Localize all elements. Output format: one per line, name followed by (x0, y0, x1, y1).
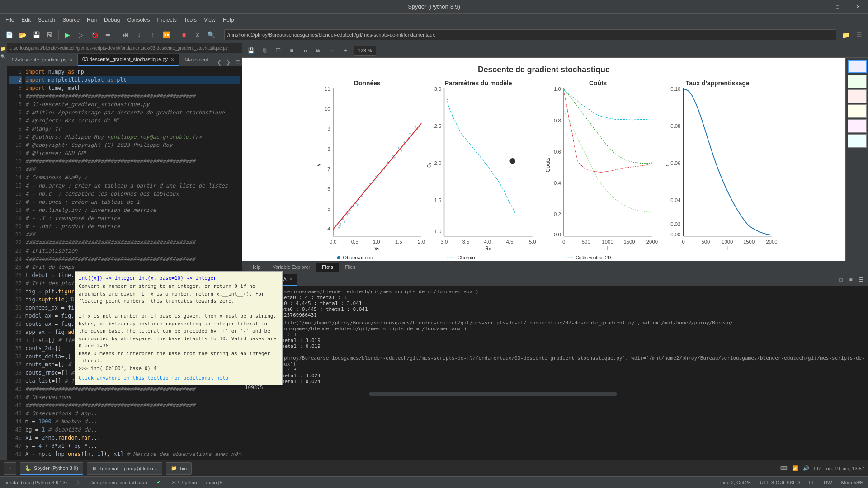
console-options-button[interactable]: ☰ (856, 275, 865, 284)
svg-text:8: 8 (327, 146, 330, 152)
path-bar[interactable]: /mnt/home2/phroy/Bureau/seriousgames/ble… (224, 29, 836, 40)
svg-text:1.0: 1.0 (434, 229, 441, 234)
run-line-button[interactable]: ⏭ (119, 28, 132, 41)
tab-help[interactable]: Help (245, 263, 266, 272)
stop-button[interactable]: ■ (178, 28, 190, 41)
new-file-button[interactable]: 📄 (3, 28, 15, 41)
svg-text:2000: 2000 (646, 239, 658, 244)
taskbar-terminal[interactable]: 🖥 Terminal – phroy@debia... (87, 462, 163, 475)
menu-projects[interactable]: Projects (154, 15, 180, 25)
thumb-1[interactable] (848, 60, 867, 73)
svg-text:Coûts vecteur 2D: Coûts vecteur 2D (576, 255, 611, 259)
menu-source[interactable]: Source (59, 15, 83, 25)
svg-text:7: 7 (327, 166, 330, 172)
console-stop-button[interactable]: ■ (846, 275, 855, 284)
plot-copy2-button[interactable]: ❐ (272, 45, 284, 56)
console-line-6: : 4 ; theta1 : 3 (245, 332, 865, 338)
step-out-button[interactable]: ↑ (146, 28, 159, 41)
step-button[interactable]: ➡ (102, 28, 114, 41)
debug-button[interactable]: 🐞 (88, 28, 101, 41)
run-button[interactable]: ▶ (61, 28, 74, 41)
console-line-12: : 0.509 ; theta1 : 0.024 (245, 379, 865, 385)
menu-help[interactable]: Help (219, 15, 238, 25)
svg-text:1000: 1000 (722, 239, 733, 244)
minimize-button[interactable]: – (807, 0, 827, 14)
svg-text:y: y (315, 163, 321, 166)
tab-plots[interactable]: Plots (316, 263, 338, 272)
svg-text:0.02: 0.02 (670, 221, 680, 227)
plot-save-button[interactable]: 💾 (245, 45, 257, 56)
taskbar-apps-button[interactable]: ⌂ (4, 462, 16, 475)
svg-point-22 (346, 214, 348, 216)
tab-menu[interactable]: ☰ (233, 59, 242, 66)
profile-button[interactable]: ⚔ (191, 28, 204, 41)
thumb-2[interactable] (848, 75, 867, 88)
thumb-6[interactable] (848, 134, 867, 148)
svg-text:6: 6 (327, 186, 330, 192)
run-cell-button[interactable]: ▷ (75, 28, 87, 41)
plot-prev-button[interactable]: ⏮ (299, 45, 311, 56)
console-scrollbar[interactable] (369, 392, 617, 396)
taskbar-spyder-label: Spyder (Python 3.9) (34, 465, 78, 471)
plot-zoom-in-button[interactable]: + (340, 45, 352, 56)
taskbar-spyder[interactable]: 🐍 Spyder (Python 3.9) (20, 462, 83, 475)
step-into-button[interactable]: ↓ (133, 28, 146, 41)
taskbar-bin[interactable]: 📁 bin (166, 462, 192, 475)
menu-file[interactable]: File (2, 15, 18, 25)
zoom-input[interactable] (354, 46, 376, 56)
svg-text:3.0: 3.0 (441, 239, 448, 244)
tab-02[interactable]: 02-descente_gradient.py ✕ (7, 54, 78, 66)
svg-text:4.0: 4.0 (484, 239, 491, 244)
plot-copy-button[interactable]: ⎘ (259, 45, 270, 56)
console-line-7: : 4.476 ; theta1 : 3.019 (245, 338, 865, 343)
save-button[interactable]: 💾 (30, 28, 42, 41)
tab-files[interactable]: Files (340, 263, 361, 272)
svg-text:10: 10 (325, 106, 330, 112)
menu-view[interactable]: View (200, 15, 219, 25)
plot-next-button[interactable]: ⏭ (313, 45, 325, 56)
svg-point-46 (401, 150, 402, 152)
console-line-8: : 0.476 ; theta1 : 0.019 (245, 343, 865, 349)
console-tab-close[interactable]: ✕ (289, 277, 293, 282)
status-conda: conda: base (Python 3.9.13) (5, 480, 67, 485)
tab-variable-explorer[interactable]: Variable Explorer (267, 263, 316, 272)
tab-03-close[interactable]: ✕ (170, 57, 174, 62)
svg-text:500: 500 (582, 239, 590, 244)
svg-text:5.0: 5.0 (529, 239, 536, 244)
svg-text:0.08: 0.08 (670, 123, 680, 129)
svg-text:Taux d'apprentissage: Taux d'apprentissage (686, 80, 750, 87)
menu-consoles[interactable]: Consoles (123, 15, 153, 25)
path-browse-button[interactable]: 📁 (839, 28, 852, 41)
menu-search[interactable]: Search (34, 15, 59, 25)
tab-04[interactable]: 04-descent (179, 54, 213, 66)
continue-button[interactable]: ⏩ (160, 28, 173, 41)
files-icon[interactable]: 📁 (0, 46, 7, 52)
thumb-4[interactable] (848, 104, 867, 118)
open-file-button[interactable]: 📂 (16, 28, 29, 41)
plot-zoom-out-button[interactable]: − (326, 45, 338, 56)
tooltip-link[interactable]: Click anywhere in this tooltip for addit… (79, 375, 278, 381)
svg-text:0.10: 0.10 (670, 86, 680, 92)
find-button[interactable]: 🔍 (205, 28, 217, 41)
close-button[interactable]: ✕ (848, 0, 868, 14)
search-side-icon[interactable]: 🔍 (0, 54, 7, 61)
menu-debug[interactable]: Debug (100, 15, 123, 25)
svg-point-18 (338, 227, 340, 229)
svg-text:θ₁: θ₁ (426, 162, 433, 168)
path-options-button[interactable]: ☰ (853, 28, 865, 41)
tab-scroll-right[interactable]: ❯ (224, 59, 232, 66)
tab-03[interactable]: 03-descente_gradient_stochastique.py ✕ (78, 54, 179, 66)
tab-scroll-left[interactable]: ❮ (215, 59, 223, 66)
svg-point-34 (392, 155, 394, 156)
svg-text:1500: 1500 (743, 239, 755, 244)
save-all-button[interactable]: 🖫 (43, 28, 56, 41)
tab-02-close[interactable]: ✕ (69, 57, 73, 62)
console-clear-button[interactable]: □ (836, 275, 845, 284)
thumb-3[interactable] (848, 89, 867, 103)
menu-tools[interactable]: Tools (180, 15, 200, 25)
maximize-button[interactable]: □ (827, 0, 848, 14)
thumb-5[interactable] (848, 119, 867, 133)
menu-edit[interactable]: Edit (18, 15, 34, 25)
menu-run[interactable]: Run (83, 15, 100, 25)
plot-stop-button[interactable]: ■ (286, 45, 297, 56)
